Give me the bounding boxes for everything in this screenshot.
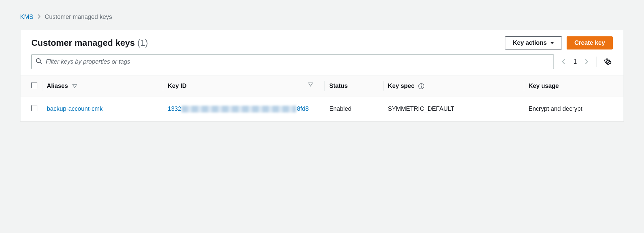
svg-point-0 bbox=[36, 59, 40, 63]
key-id-link[interactable]: 1332 8fd8 bbox=[168, 105, 320, 112]
chevron-left-icon bbox=[561, 58, 566, 65]
prev-page-button[interactable] bbox=[560, 57, 567, 66]
select-all-checkbox[interactable] bbox=[31, 82, 37, 88]
settings-button[interactable] bbox=[603, 57, 613, 67]
key-usage-cell: Encrypt and decrypt bbox=[524, 97, 623, 121]
panel-header: Customer managed keys (1) Key actions Cr… bbox=[21, 30, 623, 54]
key-actions-button[interactable]: Key actions bbox=[505, 36, 562, 49]
column-key-spec[interactable]: Key spec bbox=[383, 75, 524, 97]
panel-title-text: Customer managed keys bbox=[31, 38, 135, 48]
page-number: 1 bbox=[572, 58, 578, 65]
panel-title-count: (1) bbox=[137, 38, 148, 48]
create-key-button[interactable]: Create key bbox=[567, 36, 613, 49]
caret-down-icon bbox=[550, 42, 554, 44]
chevron-right-icon bbox=[584, 58, 589, 65]
key-actions-label: Key actions bbox=[513, 39, 547, 46]
pagination: 1 bbox=[560, 57, 590, 66]
table-row: backup-account-cmk 1332 8fd8 Enabled SYM… bbox=[21, 97, 623, 121]
search-icon bbox=[36, 58, 42, 66]
breadcrumb: KMS Customer managed keys bbox=[20, 13, 624, 21]
status-cell: Enabled bbox=[324, 97, 383, 121]
column-status[interactable]: Status bbox=[324, 75, 383, 97]
column-key-spec-label: Key spec bbox=[388, 82, 415, 89]
column-aliases[interactable]: Aliases bbox=[42, 75, 163, 97]
svg-rect-4 bbox=[421, 86, 422, 88]
column-key-usage-label: Key usage bbox=[529, 82, 559, 89]
column-aliases-label: Aliases bbox=[47, 82, 68, 89]
next-page-button[interactable] bbox=[583, 57, 590, 66]
filter-input-wrap[interactable] bbox=[31, 54, 554, 69]
sort-icon bbox=[72, 84, 77, 88]
key-id-prefix: 1332 bbox=[168, 105, 181, 112]
key-spec-cell: SYMMETRIC_DEFAULT bbox=[383, 97, 524, 121]
column-status-label: Status bbox=[329, 82, 348, 89]
column-select-all bbox=[21, 75, 42, 97]
keys-table: Aliases Key ID Status bbox=[21, 75, 623, 121]
key-id-suffix: 8fd8 bbox=[297, 105, 309, 112]
breadcrumb-root-link[interactable]: KMS bbox=[20, 13, 33, 21]
panel-actions: Key actions Create key bbox=[505, 36, 613, 49]
key-id-redacted bbox=[182, 106, 296, 112]
filter-input[interactable] bbox=[46, 58, 549, 65]
divider bbox=[596, 57, 597, 67]
column-key-id[interactable]: Key ID bbox=[163, 75, 324, 97]
info-icon[interactable] bbox=[418, 83, 424, 89]
keys-panel: Customer managed keys (1) Key actions Cr… bbox=[20, 30, 624, 121]
row-checkbox[interactable] bbox=[31, 105, 37, 111]
breadcrumb-current: Customer managed keys bbox=[45, 13, 112, 21]
svg-line-1 bbox=[40, 62, 42, 64]
svg-point-3 bbox=[421, 85, 422, 85]
gear-icon bbox=[604, 58, 611, 65]
filter-row: 1 bbox=[21, 54, 623, 75]
column-key-id-label: Key ID bbox=[168, 82, 186, 89]
panel-title: Customer managed keys (1) bbox=[31, 38, 148, 48]
chevron-right-icon bbox=[37, 13, 41, 21]
column-key-usage[interactable]: Key usage bbox=[524, 75, 623, 97]
alias-link[interactable]: backup-account-cmk bbox=[47, 105, 103, 112]
sort-icon bbox=[308, 82, 313, 87]
